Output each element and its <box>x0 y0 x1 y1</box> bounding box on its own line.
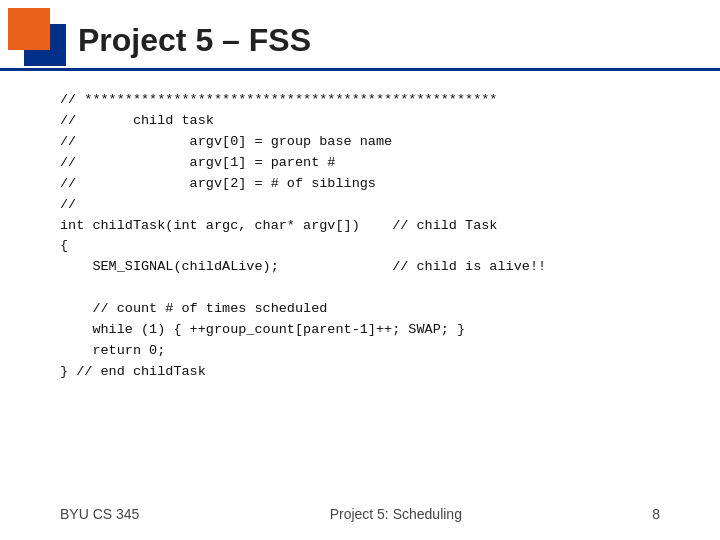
slide-title: Project 5 – FSS <box>78 22 311 59</box>
footer-center: Project 5: Scheduling <box>330 506 462 522</box>
footer-right: 8 <box>652 506 660 522</box>
accent-decoration <box>0 0 68 68</box>
accent-orange <box>8 8 50 50</box>
code-block: // *************************************… <box>60 90 680 383</box>
footer: BYU CS 345 Project 5: Scheduling 8 <box>0 506 720 522</box>
footer-left: BYU CS 345 <box>60 506 139 522</box>
title-underline <box>0 68 720 71</box>
